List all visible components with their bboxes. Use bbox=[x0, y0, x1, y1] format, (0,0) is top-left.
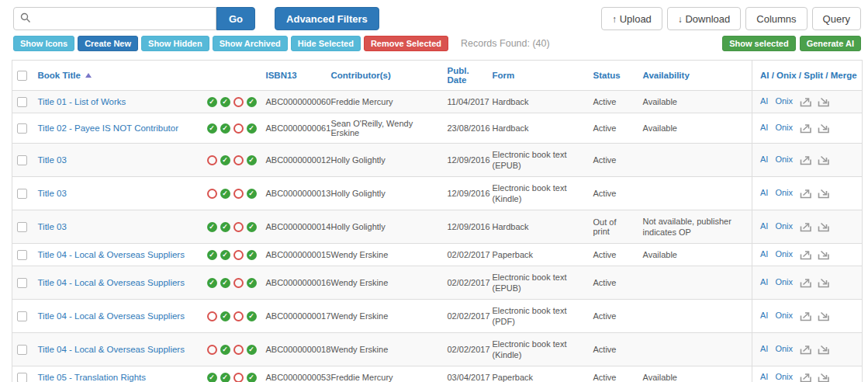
onix-link[interactable]: Onix bbox=[775, 188, 793, 197]
split-button[interactable] bbox=[800, 189, 813, 199]
book-title-link[interactable]: Title 03 bbox=[38, 222, 67, 231]
contributors-value: Holly Golightly bbox=[327, 177, 443, 210]
merge-button[interactable] bbox=[818, 155, 831, 165]
go-button[interactable]: Go bbox=[216, 7, 255, 30]
book-title-link[interactable]: Title 03 bbox=[38, 189, 67, 198]
split-button[interactable] bbox=[800, 278, 813, 288]
ai-link[interactable]: AI bbox=[760, 221, 768, 231]
status-indicator-icon bbox=[247, 189, 257, 199]
split-button[interactable] bbox=[800, 97, 813, 107]
status-value: Active bbox=[589, 300, 638, 333]
row-checkbox[interactable] bbox=[17, 155, 27, 165]
merge-button[interactable] bbox=[818, 123, 831, 134]
create-new-button[interactable]: Create New bbox=[78, 36, 138, 51]
merge-button[interactable] bbox=[818, 278, 831, 288]
advanced-filters-button[interactable]: Advanced Filters bbox=[275, 7, 379, 30]
book-title-link[interactable]: Title 04 - Local & Overseas Suppliers bbox=[38, 311, 185, 321]
merge-button[interactable] bbox=[818, 222, 831, 232]
row-checkbox[interactable] bbox=[17, 189, 27, 199]
status-value: Active bbox=[589, 333, 638, 366]
download-button[interactable]: ↓ Download bbox=[667, 7, 741, 30]
column-header-publ-date[interactable]: Publ. Date bbox=[443, 61, 488, 91]
split-button[interactable] bbox=[800, 311, 813, 321]
column-header-status[interactable]: Status bbox=[589, 61, 638, 91]
row-checkbox[interactable] bbox=[17, 97, 27, 107]
onix-link[interactable]: Onix bbox=[775, 372, 793, 381]
column-header-form[interactable]: Form bbox=[488, 61, 589, 91]
row-checkbox[interactable] bbox=[17, 373, 27, 382]
ai-link[interactable]: AI bbox=[760, 249, 768, 259]
merge-button[interactable] bbox=[818, 311, 831, 321]
show-selected-button[interactable]: Show selected bbox=[722, 36, 795, 51]
remove-selected-button[interactable]: Remove Selected bbox=[364, 36, 448, 51]
row-checkbox[interactable] bbox=[17, 311, 27, 321]
book-title-link[interactable]: Title 04 - Local & Overseas Suppliers bbox=[38, 278, 185, 287]
contributors-value: Holly Golightly bbox=[327, 144, 443, 177]
ai-link[interactable]: AI bbox=[760, 311, 768, 320]
table-row: Title 01 - List of Works ABC0000000060 F… bbox=[12, 91, 863, 113]
row-checkbox[interactable] bbox=[17, 345, 27, 355]
onix-link[interactable]: Onix bbox=[775, 344, 793, 353]
row-checkbox[interactable] bbox=[17, 123, 27, 134]
ai-link[interactable]: AI bbox=[760, 188, 768, 197]
status-indicator-icon bbox=[233, 189, 244, 199]
onix-link[interactable]: Onix bbox=[775, 123, 793, 132]
columns-button[interactable]: Columns bbox=[745, 7, 807, 30]
onix-link[interactable]: Onix bbox=[775, 96, 793, 106]
generate-ai-button[interactable]: Generate AI bbox=[800, 36, 861, 51]
isbn13-value: ABC0000000018 bbox=[261, 333, 327, 366]
onix-link[interactable]: Onix bbox=[775, 311, 793, 320]
show-archived-button[interactable]: Show Archived bbox=[213, 36, 288, 51]
split-icon bbox=[800, 123, 813, 134]
status-indicator-icon bbox=[233, 123, 244, 134]
search-input[interactable] bbox=[13, 7, 216, 30]
column-header-contributors[interactable]: Contributor(s) bbox=[327, 61, 443, 91]
merge-button[interactable] bbox=[818, 250, 831, 260]
row-checkbox[interactable] bbox=[17, 250, 27, 260]
merge-button[interactable] bbox=[818, 373, 831, 382]
split-button[interactable] bbox=[800, 155, 813, 165]
column-header-book-title[interactable]: Book Title bbox=[33, 61, 202, 91]
book-title-link[interactable]: Title 03 bbox=[38, 155, 67, 165]
table-row: Title 03 ABC0000000013 Holly Golightly 1… bbox=[12, 177, 863, 210]
book-title-link[interactable]: Title 04 - Local & Overseas Suppliers bbox=[38, 250, 185, 259]
book-title-link[interactable]: Title 04 - Local & Overseas Suppliers bbox=[38, 345, 185, 354]
column-header-availability[interactable]: Availability bbox=[638, 61, 752, 91]
onix-link[interactable]: Onix bbox=[775, 221, 793, 231]
onix-link[interactable]: Onix bbox=[775, 155, 793, 164]
table-row: Title 02 - Payee IS NOT Contributor ABC0… bbox=[12, 113, 863, 144]
onix-link[interactable]: Onix bbox=[775, 277, 793, 286]
split-button[interactable] bbox=[800, 222, 813, 232]
upload-button[interactable]: ↑ Upload bbox=[601, 7, 662, 30]
merge-button[interactable] bbox=[818, 97, 831, 107]
row-checkbox[interactable] bbox=[17, 222, 27, 232]
availability-value bbox=[638, 177, 752, 210]
onix-link[interactable]: Onix bbox=[775, 249, 793, 259]
row-checkbox[interactable] bbox=[17, 278, 27, 288]
availability-value bbox=[638, 144, 752, 177]
split-button[interactable] bbox=[800, 123, 813, 134]
hide-selected-button[interactable]: Hide Selected bbox=[291, 36, 361, 51]
query-button[interactable]: Query bbox=[812, 7, 861, 30]
status-indicator-icon bbox=[220, 189, 230, 199]
split-button[interactable] bbox=[800, 250, 813, 260]
book-title-link[interactable]: Title 05 - Translation Rights bbox=[38, 373, 147, 382]
select-all-checkbox[interactable] bbox=[17, 71, 27, 81]
ai-link[interactable]: AI bbox=[760, 155, 768, 164]
merge-button[interactable] bbox=[818, 345, 831, 355]
book-title-link[interactable]: Title 01 - List of Works bbox=[38, 97, 126, 106]
ai-link[interactable]: AI bbox=[760, 277, 768, 286]
ai-link[interactable]: AI bbox=[760, 96, 768, 106]
split-button[interactable] bbox=[800, 373, 813, 382]
split-button[interactable] bbox=[800, 345, 813, 355]
ai-link[interactable]: AI bbox=[760, 123, 768, 132]
availability-value: Not available, publisher indicates OP bbox=[638, 210, 752, 244]
ai-link[interactable]: AI bbox=[760, 344, 768, 353]
merge-button[interactable] bbox=[818, 189, 831, 199]
column-header-isbn13[interactable]: ISBN13 bbox=[261, 61, 327, 91]
publ-date-value: 03/04/2017 bbox=[443, 366, 488, 382]
show-icons-button[interactable]: Show Icons bbox=[13, 36, 74, 51]
book-title-link[interactable]: Title 02 - Payee IS NOT Contributor bbox=[38, 123, 179, 133]
show-hidden-button[interactable]: Show Hidden bbox=[141, 36, 209, 51]
ai-link[interactable]: AI bbox=[760, 372, 768, 381]
